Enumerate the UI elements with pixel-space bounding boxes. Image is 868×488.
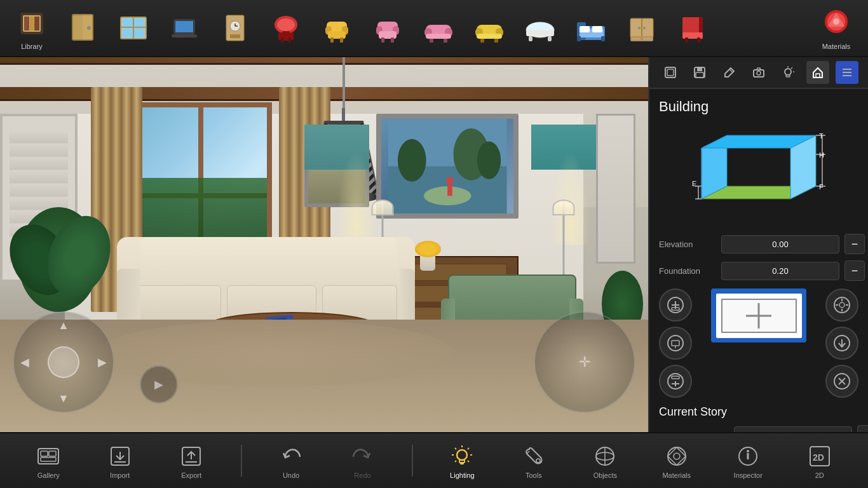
svg-rect-29 bbox=[281, 37, 283, 43]
bottom-btn-undo[interactable]: Undo bbox=[269, 439, 313, 482]
bottom-btn-redo[interactable]: Redo bbox=[340, 439, 384, 482]
elevation-input[interactable] bbox=[721, 235, 839, 254]
foundation-minus[interactable]: − bbox=[844, 261, 865, 281]
svg-point-162 bbox=[457, 450, 467, 460]
bottom-btn-import[interactable]: Import bbox=[98, 439, 142, 482]
bottom-btn-gallery[interactable]: Gallery bbox=[26, 439, 71, 482]
toolbar-chair-yellow[interactable] bbox=[311, 8, 362, 49]
svg-point-181 bbox=[747, 450, 749, 452]
svg-rect-46 bbox=[426, 34, 451, 39]
elevation-row: Elevation − + bbox=[659, 234, 858, 254]
svg-rect-11 bbox=[134, 18, 145, 27]
toolbar-sofa-pink[interactable] bbox=[413, 8, 464, 49]
add-story-below-btn[interactable] bbox=[659, 365, 692, 398]
svg-rect-17 bbox=[175, 21, 193, 32]
slab-thickness-input[interactable] bbox=[734, 426, 852, 433]
toolbar-chair-pink[interactable] bbox=[362, 8, 413, 49]
svg-rect-23 bbox=[230, 34, 240, 38]
import-icon bbox=[106, 442, 134, 470]
toolbar-chair-red[interactable] bbox=[261, 8, 311, 49]
main-viewport[interactable]: ▲ ▼ ◀ ▶ ▶ ✛ bbox=[0, 57, 648, 432]
svg-rect-66 bbox=[601, 36, 605, 41]
svg-line-171 bbox=[455, 461, 456, 462]
arrow-down-btn[interactable] bbox=[825, 327, 858, 360]
add-story-above-btn[interactable] bbox=[659, 288, 692, 322]
right-tool-home[interactable] bbox=[806, 61, 829, 84]
sconce-glow-left bbox=[337, 151, 376, 245]
floor-preview[interactable] bbox=[711, 288, 806, 342]
export-icon bbox=[177, 442, 205, 470]
settings-btn[interactable] bbox=[825, 288, 858, 322]
svg-point-104 bbox=[785, 69, 791, 75]
bottom-btn-objects[interactable]: Objects bbox=[583, 439, 627, 482]
toolbar-sofa-yellow[interactable] bbox=[464, 8, 515, 49]
actions-layout bbox=[659, 288, 858, 398]
svg-rect-59 bbox=[548, 36, 552, 41]
nav-arrow-down: ▼ bbox=[58, 392, 69, 405]
redo-label: Redo bbox=[354, 471, 370, 479]
foundation-input[interactable] bbox=[721, 262, 839, 280]
right-tool-save[interactable] bbox=[688, 61, 711, 84]
right-tool-list[interactable] bbox=[836, 61, 858, 84]
svg-point-103 bbox=[757, 71, 761, 75]
bottom-btn-2d[interactable]: 2D 2D bbox=[797, 439, 842, 482]
bottom-btn-materials[interactable]: Materials bbox=[654, 439, 699, 482]
toolbar-chair-red2[interactable] bbox=[667, 8, 718, 49]
inspector-label: Inspector bbox=[734, 471, 763, 479]
slab-thickness-row: Slab Thickness − + bbox=[659, 425, 858, 432]
nav-joystick-right[interactable]: ✛ bbox=[534, 311, 635, 413]
right-actions bbox=[825, 288, 858, 398]
slab-minus[interactable]: − bbox=[857, 425, 868, 432]
svg-point-173 bbox=[536, 459, 540, 463]
right-tool-light[interactable] bbox=[776, 61, 799, 84]
floor-plan-preview bbox=[716, 294, 802, 338]
svg-line-169 bbox=[455, 448, 456, 449]
toolbar-bathtub[interactable] bbox=[515, 8, 566, 49]
svg-rect-64 bbox=[592, 26, 602, 32]
svg-rect-72 bbox=[632, 37, 641, 40]
bottom-btn-tools[interactable]: Tools bbox=[512, 439, 556, 482]
svg-rect-58 bbox=[529, 36, 532, 41]
toolbar-materials[interactable]: Materials bbox=[811, 3, 862, 53]
nav-arrow-up: ▲ bbox=[58, 319, 69, 332]
artwork-center bbox=[376, 114, 519, 219]
svg-rect-97 bbox=[667, 69, 674, 76]
elevation-label: Elevation bbox=[659, 240, 716, 249]
svg-rect-35 bbox=[330, 37, 334, 43]
svg-point-142 bbox=[839, 302, 844, 308]
bottom-btn-export[interactable]: Export bbox=[169, 439, 214, 482]
svg-point-92 bbox=[477, 141, 500, 179]
toolbar-cabinet-item[interactable] bbox=[616, 8, 667, 49]
undo-icon bbox=[277, 442, 305, 470]
wall-texture-right bbox=[596, 114, 635, 264]
svg-rect-42 bbox=[391, 37, 394, 43]
right-tool-paint[interactable] bbox=[718, 61, 741, 84]
svg-rect-10 bbox=[122, 18, 133, 27]
lighting-label: Lighting bbox=[450, 471, 475, 479]
nav-center-button[interactable]: ▶ bbox=[140, 365, 178, 403]
right-tool-select[interactable] bbox=[659, 61, 682, 84]
nav-center-dot-left[interactable] bbox=[48, 346, 79, 378]
2d-icon: 2D bbox=[806, 442, 834, 470]
svg-rect-3 bbox=[30, 17, 34, 30]
toolbar-door[interactable] bbox=[57, 7, 108, 50]
story-view-btn[interactable] bbox=[659, 327, 692, 360]
floor-preview-container bbox=[702, 288, 816, 342]
toolbar-materials-label: Materials bbox=[822, 43, 851, 50]
remove-btn[interactable] bbox=[825, 365, 858, 398]
nav-joystick-left[interactable]: ▲ ▼ ◀ ▶ bbox=[13, 311, 114, 413]
toolbar-bed[interactable] bbox=[566, 8, 616, 49]
right-tool-camera[interactable] bbox=[747, 61, 770, 84]
nav-arrow-right: ▶ bbox=[98, 355, 107, 369]
svg-point-69 bbox=[638, 27, 641, 29]
bottom-btn-lighting[interactable]: Lighting bbox=[440, 439, 484, 482]
bottom-btn-inspector[interactable]: Inspector bbox=[726, 439, 770, 482]
toolbar-window-item[interactable] bbox=[108, 8, 159, 49]
elevation-minus[interactable]: − bbox=[844, 234, 865, 254]
building-title: Building bbox=[659, 98, 858, 115]
toolbar-laptop[interactable] bbox=[159, 8, 210, 49]
materials-bottom-icon bbox=[663, 442, 691, 470]
gallery-icon bbox=[34, 442, 62, 470]
toolbar-clock[interactable] bbox=[210, 8, 261, 49]
toolbar-library[interactable]: Library bbox=[6, 3, 57, 53]
